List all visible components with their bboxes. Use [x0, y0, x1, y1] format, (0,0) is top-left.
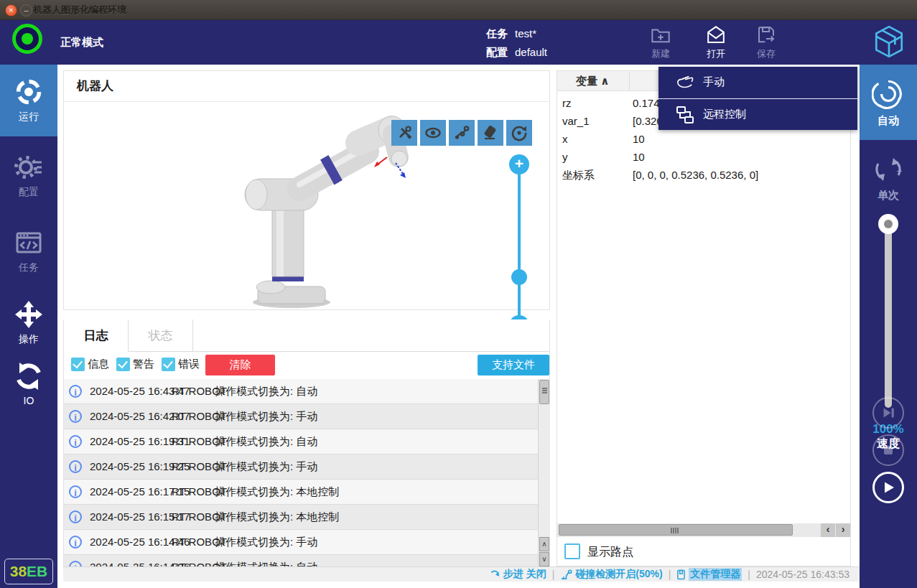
tab-status[interactable]: 状态 — [129, 319, 193, 352]
window-close-button[interactable]: × — [5, 4, 17, 17]
badge-right: EB — [27, 563, 47, 579]
window-title: 机器人图形化编程环境 — [33, 0, 126, 20]
info-icon: i — [69, 536, 82, 549]
scroll-right-button[interactable]: › — [836, 523, 850, 537]
log-row[interactable]: i 2024-05-25 16:19:25 RT ROBOT 操作模式切换为: … — [64, 454, 538, 480]
zoom-slider-knob[interactable] — [511, 269, 527, 285]
sidebar-item-operate[interactable]: 操作 — [0, 287, 57, 359]
step-next-button[interactable] — [872, 397, 904, 429]
show-waypoints-label: 显示路点 — [587, 545, 633, 560]
log-message: 操作模式切换为: 本地控制 — [215, 485, 339, 499]
log-scrollbar[interactable]: ∧ ∨ — [538, 379, 550, 566]
stop-button[interactable] — [872, 434, 904, 466]
zoom-in-button[interactable]: + — [509, 154, 529, 174]
gear-icon — [14, 153, 43, 182]
sidebar-item-run[interactable]: 运行 — [0, 65, 57, 136]
log-message: 操作模式切换为: 本地控制 — [215, 510, 339, 524]
sidebar-item-label: 运行 — [19, 111, 39, 123]
info-icon: i — [69, 561, 82, 566]
variable-value: [0, 0, 0, 0.5236, 0.5236, 0] — [633, 169, 758, 181]
menu-item-label: 远程控制 — [703, 108, 746, 121]
log-row[interactable]: i 2024-05-25 16:15:17 RT ROBOT 操作模式切换为: … — [64, 505, 538, 530]
variable-row[interactable]: 坐标系 [0, 0, 0, 0.5236, 0.5236, 0] — [557, 166, 850, 184]
warning-checkbox[interactable] — [116, 358, 130, 371]
auto-mode-button[interactable]: 自动 — [860, 65, 917, 140]
speed-slider-track[interactable] — [885, 217, 892, 408]
tab-log[interactable]: 日志 — [64, 319, 129, 352]
variable-name: 坐标系 — [562, 169, 595, 182]
variables-hscrollbar[interactable]: ‹ › — [557, 523, 850, 537]
hscrollbar-thumb[interactable] — [559, 524, 793, 536]
error-filter-label: 错误 — [178, 358, 200, 371]
status-timestamp: 2024-05-25 16:43:53 — [756, 569, 849, 580]
show-waypoints-checkbox[interactable] — [564, 543, 580, 559]
variables-panel: 变量 ∧ rz 0.1745 var_1 [0.326 x 10 y 10 坐标… — [557, 70, 851, 566]
play-button[interactable] — [872, 472, 904, 503]
sidebar-item-task[interactable]: 任务 — [0, 215, 57, 287]
open-button[interactable]: 打开 — [694, 22, 738, 62]
mode-dropdown-menu: 手动 远程控制 — [658, 67, 857, 130]
menu-item-remote[interactable]: 远程控制 — [658, 99, 857, 131]
status-code-badge: 38EB — [4, 559, 53, 584]
log-filters: 信息 警告 错误 清除 支持文件 — [64, 353, 549, 378]
log-message: 操作模式切换为: 手动 — [215, 536, 317, 549]
variable-name: var_1 — [562, 115, 590, 127]
collapse-caret-icon[interactable]: ∧ — [600, 75, 609, 87]
mode-label: 正常模式 — [60, 20, 103, 65]
new-button[interactable]: 新建 — [638, 22, 683, 62]
log-scrollbar-thumb[interactable] — [539, 380, 549, 404]
io-cycle-icon — [14, 362, 43, 391]
variable-row[interactable]: y 10 — [557, 148, 850, 166]
scroll-left-button[interactable]: ‹ — [821, 523, 835, 537]
step-arrow-icon — [490, 569, 501, 579]
scroll-down-button[interactable]: ∨ — [539, 552, 549, 566]
variable-row[interactable]: x 10 — [557, 130, 850, 148]
config-value: default — [515, 46, 547, 58]
single-run-button[interactable]: 1 单次 — [860, 149, 917, 207]
reset-view-button[interactable] — [506, 120, 532, 146]
info-checkbox[interactable] — [71, 358, 85, 371]
speed-slider-knob[interactable] — [878, 214, 898, 234]
new-file-icon — [650, 24, 671, 46]
support-file-button[interactable]: 支持文件 — [478, 355, 549, 375]
file-manager-button[interactable]: 文件管理器 — [676, 568, 742, 581]
log-row[interactable]: i 2024-05-25 16:42:07 RT ROBOT 操作模式切换为: … — [64, 404, 538, 429]
zoom-slider-track[interactable] — [518, 173, 521, 317]
hand-icon — [676, 73, 694, 92]
task-label: 任务 — [486, 27, 508, 39]
log-row[interactable]: i 2024-05-25 16:14:26 RT ROBOT 操作模式切换为: … — [64, 555, 538, 566]
status-bar: 步进 关闭 | 碰撞检测开启(50%) | 文件管理器 | 2024-05-25… — [63, 566, 860, 582]
info-filter-label: 信息 — [88, 358, 109, 371]
collision-status[interactable]: 碰撞检测开启(50%) — [560, 568, 662, 581]
log-row[interactable]: i 2024-05-25 16:43:47 RT ROBOT 操作模式切换为: … — [64, 379, 538, 404]
application-window: × – 机器人图形化编程环境 正常模式 任务test* 配置default 新建 — [0, 0, 917, 588]
menu-item-manual[interactable]: 手动 — [658, 67, 857, 98]
log-row[interactable]: i 2024-05-25 16:14:46 RT ROBOT 操作模式切换为: … — [64, 530, 538, 555]
robot-3d-model[interactable] — [243, 113, 416, 308]
view-zoom-control: + − — [508, 154, 531, 335]
task-meta: 任务test* — [486, 27, 536, 41]
collision-status-text: 碰撞检测开启(50%) — [575, 568, 662, 581]
log-row[interactable]: i 2024-05-25 16:17:15 RT ROBOT 操作模式切换为: … — [64, 480, 538, 505]
log-tabs: 日志 状态 — [64, 319, 549, 352]
log-row[interactable]: i 2024-05-25 16:19:31 RT ROBOT 操作模式切换为: … — [64, 429, 538, 454]
sidebar-item-label: 任务 — [19, 261, 39, 274]
step-status-text: 步进 关闭 — [503, 568, 546, 581]
sidebar-item-config[interactable]: 配置 — [0, 140, 57, 212]
info-icon: i — [69, 485, 82, 498]
visibility-button[interactable] — [420, 120, 446, 146]
config-meta: 配置default — [486, 46, 547, 60]
robot-panel-title: 机器人 — [77, 71, 113, 101]
save-button[interactable]: 保存 — [744, 22, 788, 62]
step-status[interactable]: 步进 关闭 — [490, 568, 546, 581]
error-checkbox[interactable] — [162, 358, 175, 371]
window-minimize-button[interactable]: – — [20, 4, 32, 17]
code-window-icon — [14, 228, 43, 257]
log-message: 操作模式切换为: 手动 — [215, 410, 317, 424]
scroll-up-button[interactable]: ∧ — [539, 537, 549, 551]
clear-log-button[interactable]: 清除 — [205, 355, 275, 375]
tools-button[interactable] — [391, 120, 417, 146]
path-button[interactable] — [449, 120, 475, 146]
eraser-button[interactable] — [478, 120, 503, 146]
sidebar-item-io[interactable]: IO — [0, 355, 57, 413]
